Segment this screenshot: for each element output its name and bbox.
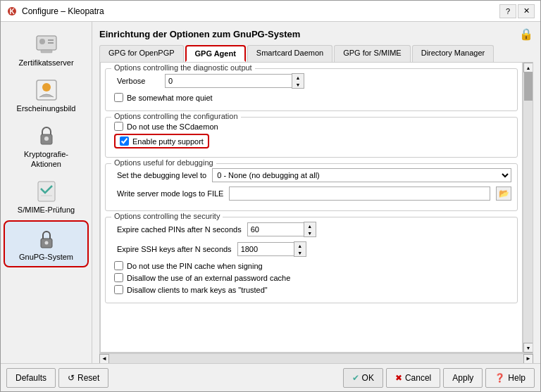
section-configuration-label: Options controlling the configuration xyxy=(111,112,241,120)
verbose-down-btn[interactable]: ▼ xyxy=(292,81,304,88)
debug-level-row: Set the debugging level to 0 - None (no … xyxy=(111,168,511,182)
sidebar-label-smime-pruefung: S/MIME-Prüfung xyxy=(18,206,75,215)
sidebar: Zertifikatsserver Erscheinungsbild xyxy=(1,22,92,363)
no-trusted-checkbox[interactable] xyxy=(114,285,123,294)
configure-window: K Configure – Kleopatra ? ✕ xyxy=(0,0,541,392)
expire-ssh-up-btn[interactable]: ▲ xyxy=(294,242,306,249)
expire-pins-up-btn[interactable]: ▲ xyxy=(304,222,316,229)
svg-rect-6 xyxy=(41,50,52,53)
erscheinungsbild-icon xyxy=(34,77,59,103)
cancel-button[interactable]: ✖ Cancel xyxy=(386,368,440,388)
tab-dirmanager[interactable]: Directory Manager xyxy=(412,45,494,62)
verbose-label: Verbose xyxy=(117,77,159,85)
sidebar-item-smime-pruefung[interactable]: S/MIME-Prüfung xyxy=(4,175,89,219)
bottom-bar: Defaults ↺ Reset ✔ OK ✖ Cancel Apply ❓ H… xyxy=(1,363,540,391)
scroll-up-btn[interactable]: ▲ xyxy=(523,63,533,72)
scroll-right-btn[interactable]: ► xyxy=(523,354,533,364)
scroll-down-btn[interactable]: ▼ xyxy=(523,343,533,353)
somewhat-quiet-checkbox[interactable] xyxy=(114,93,123,102)
expire-pins-spin: ▲ ▼ xyxy=(304,222,316,237)
smime-pruefung-icon xyxy=(34,179,59,204)
sidebar-item-zertifikatsserver[interactable]: Zertifikatsserver xyxy=(4,27,89,72)
help-button[interactable]: ❓ Help xyxy=(485,368,535,388)
horizontal-scrollbar[interactable]: ◄ ► xyxy=(99,353,533,363)
reset-icon: ↺ xyxy=(68,373,75,383)
server-log-browse-btn[interactable]: 📂 xyxy=(496,186,511,201)
lock-icon: 🔒 xyxy=(519,27,533,41)
server-log-row: Write server mode logs to FILE 📂 xyxy=(111,186,511,201)
kryptografie-icon xyxy=(34,123,59,148)
expire-ssh-input-wrap: ▲ ▼ xyxy=(237,241,306,257)
server-log-input[interactable] xyxy=(229,186,490,201)
tab-agent[interactable]: GPG Agent xyxy=(185,45,246,62)
expire-pins-input[interactable] xyxy=(247,222,304,236)
scroll-thumb xyxy=(524,72,533,101)
sidebar-item-gnupg-system[interactable]: GnuPG-System xyxy=(4,220,89,267)
no-scdaemon-label: Do not use the SCdaemon xyxy=(127,122,218,131)
somewhat-quiet-row: Be somewhat more quiet xyxy=(111,93,511,102)
reset-button[interactable]: ↺ Reset xyxy=(58,368,108,388)
debug-level-select[interactable]: 0 - None (no debugging at all) xyxy=(212,168,511,182)
defaults-button[interactable]: Defaults xyxy=(6,368,56,388)
apply-button[interactable]: Apply xyxy=(443,368,483,388)
ok-button[interactable]: ✔ OK xyxy=(343,368,383,388)
verbose-input[interactable] xyxy=(165,74,292,88)
no-scdaemon-checkbox[interactable] xyxy=(114,122,123,131)
section-diagnostic: Options controlling the diagnostic outpu… xyxy=(105,68,518,111)
expire-pins-down-btn[interactable]: ▼ xyxy=(304,229,316,236)
scroll-left-btn[interactable]: ◄ xyxy=(99,354,109,364)
server-log-label: Write server mode logs to FILE xyxy=(117,189,223,198)
cancel-icon: ✖ xyxy=(395,373,402,383)
no-ext-password-checkbox[interactable] xyxy=(114,273,123,282)
tab-smartcard[interactable]: Smartcard Daemon xyxy=(247,45,332,62)
cancel-label: Cancel xyxy=(405,373,431,383)
no-pin-cache-checkbox[interactable] xyxy=(114,261,123,270)
tab-openPGP[interactable]: GPG for OpenPGP xyxy=(99,45,184,62)
window-title: Configure – Kleopatra xyxy=(22,6,499,16)
svg-rect-3 xyxy=(39,39,45,44)
app-icon: K xyxy=(6,6,18,17)
section-debugging-label: Options useful for debugging xyxy=(111,158,216,167)
no-ext-password-label: Disallow the use of an external password… xyxy=(127,274,290,282)
panel-title: Einrichtung der Optionen zum GnuPG-Syste… xyxy=(99,29,300,39)
somewhat-quiet-label: Be somewhat more quiet xyxy=(127,94,213,102)
ok-label: OK xyxy=(362,373,374,383)
window-controls: ? ✕ xyxy=(499,4,535,18)
verbose-input-wrap: ▲ ▼ xyxy=(165,73,304,89)
no-pin-cache-label: Do not use the PIN cache when signing xyxy=(127,262,263,270)
section-security-label: Options controlling the security xyxy=(111,212,223,220)
panel-header: Einrichtung der Optionen zum GnuPG-Syste… xyxy=(99,27,533,41)
tab-smime[interactable]: GPG for S/MIME xyxy=(334,45,411,62)
sidebar-label-gnupg-system: GnuPG-System xyxy=(19,253,73,262)
svg-point-14 xyxy=(44,241,48,244)
scroll-track xyxy=(523,72,533,343)
settings-area: Options controlling the diagnostic outpu… xyxy=(100,63,523,353)
no-trusted-row: Disallow clients to mark keys as "truste… xyxy=(111,285,511,294)
expire-ssh-input[interactable] xyxy=(237,242,294,256)
section-diagnostic-label: Options controlling the diagnostic outpu… xyxy=(111,63,255,72)
debug-level-label: Set the debugging level to xyxy=(117,171,206,179)
verbose-spin: ▲ ▼ xyxy=(292,73,304,89)
expire-pins-input-wrap: ▲ ▼ xyxy=(247,222,316,237)
help-window-btn[interactable]: ? xyxy=(499,4,516,18)
help-label: Help xyxy=(508,373,526,383)
section-security: Options controlling the security Expire … xyxy=(105,217,518,303)
right-panel: Einrichtung der Optionen zum GnuPG-Syste… xyxy=(92,22,540,363)
no-pin-cache-row: Do not use the PIN cache when signing xyxy=(111,261,511,270)
settings-scroll-area: Options controlling the diagnostic outpu… xyxy=(99,63,533,353)
sidebar-item-erscheinungsbild[interactable]: Erscheinungsbild xyxy=(4,73,89,118)
reset-label: Reset xyxy=(77,373,99,383)
svg-text:K: K xyxy=(9,8,15,15)
title-bar: K Configure – Kleopatra ? ✕ xyxy=(1,1,540,22)
gnupg-system-icon xyxy=(34,226,59,251)
vertical-scrollbar[interactable]: ▲ ▼ xyxy=(523,63,533,353)
verbose-row: Verbose ▲ ▼ xyxy=(111,73,511,89)
verbose-up-btn[interactable]: ▲ xyxy=(292,74,304,81)
expire-ssh-down-btn[interactable]: ▼ xyxy=(294,249,306,256)
putty-checkbox[interactable] xyxy=(120,137,129,146)
close-btn[interactable]: ✕ xyxy=(518,4,535,18)
svg-point-10 xyxy=(44,137,49,141)
sidebar-item-kryptografie[interactable]: Kryptografie- Aktionen xyxy=(4,119,89,172)
main-content: Zertifikatsserver Erscheinungsbild xyxy=(1,22,540,363)
expire-ssh-spin: ▲ ▼ xyxy=(294,241,306,257)
